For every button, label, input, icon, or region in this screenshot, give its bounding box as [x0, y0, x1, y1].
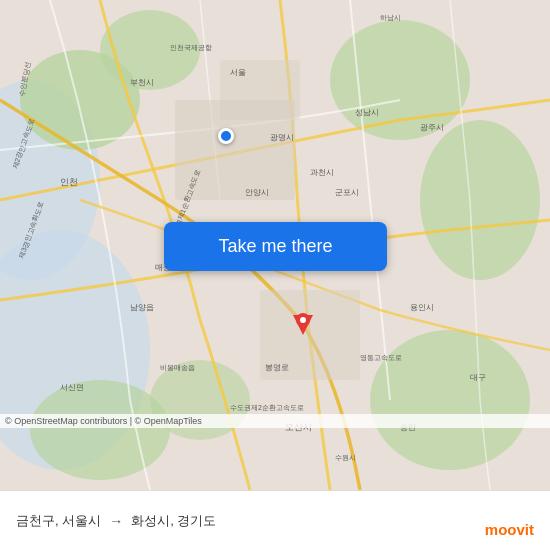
- svg-text:군포시: 군포시: [335, 188, 359, 197]
- svg-text:광명시: 광명시: [270, 133, 294, 142]
- svg-text:영동고속도로: 영동고속도로: [360, 354, 402, 362]
- svg-text:남양읍: 남양읍: [130, 303, 154, 312]
- svg-text:성남시: 성남시: [355, 108, 379, 117]
- moovit-logo: moovit: [485, 521, 534, 538]
- svg-point-6: [420, 120, 540, 280]
- svg-text:봉영로: 봉영로: [265, 363, 289, 372]
- destination-pin: [293, 315, 313, 335]
- svg-text:광주시: 광주시: [420, 123, 444, 132]
- svg-text:인천국제공항: 인천국제공항: [170, 44, 212, 52]
- svg-text:인천: 인천: [60, 177, 78, 187]
- svg-point-5: [330, 20, 470, 140]
- svg-point-9: [150, 360, 250, 440]
- route-info: 금천구, 서울시 → 화성시, 경기도: [16, 512, 534, 530]
- destination-label: 화성시, 경기도: [131, 512, 216, 530]
- svg-text:비봉매송읍: 비봉매송읍: [160, 364, 195, 372]
- map-attribution: © OpenStreetMap contributors | © OpenMap…: [0, 414, 550, 428]
- take-me-there-label: Take me there: [218, 236, 332, 257]
- map-container: 인천 부천시 서울 인천국제공항 광명시 성남시 광주시 과천시 안양시 군포시…: [0, 0, 550, 490]
- svg-text:용인시: 용인시: [410, 303, 434, 312]
- svg-text:수도권제2순환고속도로: 수도권제2순환고속도로: [230, 404, 304, 412]
- arrow-icon: →: [109, 513, 123, 529]
- svg-text:수원시: 수원시: [335, 454, 356, 461]
- svg-text:서울: 서울: [230, 68, 246, 77]
- attribution-text: © OpenStreetMap contributors | © OpenMap…: [5, 416, 202, 426]
- svg-point-7: [370, 330, 530, 470]
- svg-point-8: [30, 380, 170, 480]
- destination-pin-marker: [293, 315, 313, 335]
- svg-text:안양시: 안양시: [245, 188, 269, 197]
- svg-text:하남시: 하남시: [380, 14, 401, 22]
- svg-text:부천시: 부천시: [130, 78, 154, 87]
- svg-text:과천시: 과천시: [310, 168, 334, 177]
- moovit-logo-text: moovit: [485, 521, 534, 538]
- bottom-bar: 금천구, 서울시 → 화성시, 경기도 moovit: [0, 490, 550, 550]
- svg-text:대구: 대구: [470, 373, 486, 382]
- take-me-there-button[interactable]: Take me there: [164, 222, 387, 271]
- svg-text:서신면: 서신면: [60, 383, 84, 392]
- origin-pin: [218, 128, 234, 144]
- origin-pin-dot: [218, 128, 234, 144]
- origin-label: 금천구, 서울시: [16, 512, 101, 530]
